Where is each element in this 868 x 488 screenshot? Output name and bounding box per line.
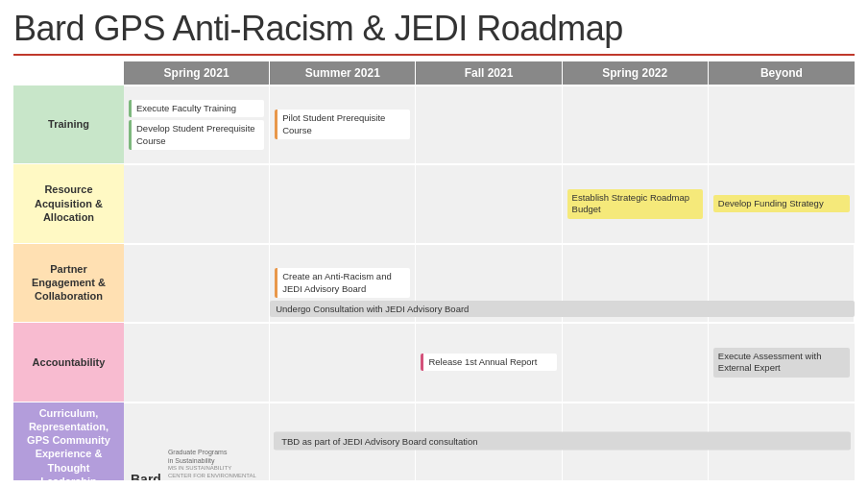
cell-resource-summer2021 <box>270 164 416 242</box>
page: Bard GPS Anti-Racism & JEDI Roadmap Spri… <box>0 0 868 488</box>
row-resource: Resource Acquisition & Allocation Establ… <box>13 164 855 242</box>
row-curriculum: Curriculum, Representation, GPS Communit… <box>13 403 855 480</box>
logo-line1: Graduate Programs <box>168 448 265 456</box>
header-beyond: Beyond <box>709 61 855 85</box>
logo-bard: Bard <box>131 472 161 480</box>
cell-accountability-beyond: Execute Assessment with External Expert <box>709 323 855 401</box>
cell-accountability-spring2022 <box>563 323 709 401</box>
task-release-annual-report: Release 1st Annual Report <box>421 354 556 371</box>
logo-area: Bard Graduate Programs in Sustainability… <box>127 446 269 480</box>
task-jedi-consultation: Undergo Consultation with JEDI Advisory … <box>270 301 855 317</box>
header-spring2021: Spring 2021 <box>124 61 270 85</box>
task-create-advisory-board: Create an Anti-Racism and JEDI Advisory … <box>275 268 410 298</box>
cell-partner-spring2021 <box>124 244 270 322</box>
cell-resource-fall2021 <box>416 164 562 242</box>
label-partner: Partner Engagement & Collaboration <box>13 244 124 322</box>
cell-accountability-fall2021: Release 1st Annual Report <box>416 323 562 401</box>
row-partner: Partner Engagement & Collaboration Creat… <box>13 244 855 322</box>
header-row: Spring 2021 Summer 2021 Fall 2021 Spring… <box>13 61 855 85</box>
header-spring2022: Spring 2022 <box>563 61 709 85</box>
main-title: Bard GPS Anti-Racism & JEDI Roadmap <box>13 10 855 48</box>
header-fall2021: Fall 2021 <box>416 61 562 85</box>
logo-line3: MS IN SUSTAINABILITY <box>168 465 265 473</box>
cell-resource-spring2022: Establish Strategic Roadmap Budget <box>563 164 709 242</box>
cell-training-fall2021 <box>416 85 562 163</box>
label-curriculum: Curriculum, Representation, GPS Communit… <box>13 403 124 480</box>
cell-accountability-summer2021 <box>270 323 416 401</box>
label-resource: Resource Acquisition & Allocation <box>13 164 124 242</box>
logo-line2: in Sustainability <box>168 456 265 465</box>
task-develop-student-prereq: Develop Student Prerequisite Course <box>129 120 264 150</box>
cell-training-summer2021: Pilot Student Prerequisite Course <box>270 85 416 163</box>
label-accountability: Accountability <box>13 323 124 401</box>
row-training: Training Execute Faculty Training Develo… <box>13 85 855 163</box>
header-empty <box>13 61 124 85</box>
logo-line4: CENTER FOR ENVIRONMENTAL POLICY <box>168 473 265 480</box>
title-underline <box>13 54 855 56</box>
cell-accountability-spring2021 <box>124 323 270 401</box>
task-develop-funding: Develop Funding Strategy <box>713 195 850 212</box>
task-establish-budget: Establish Strategic Roadmap Budget <box>567 189 703 219</box>
cell-training-spring2021: Execute Faculty Training Develop Student… <box>124 85 270 163</box>
grid-container: Spring 2021 Summer 2021 Fall 2021 Spring… <box>13 61 855 480</box>
logo-text: Graduate Programs in Sustainability MS I… <box>168 448 265 480</box>
cell-resource-beyond: Develop Funding Strategy <box>709 164 855 242</box>
task-pilot-student-prereq: Pilot Student Prerequisite Course <box>275 110 410 139</box>
cell-resource-spring2021 <box>124 164 270 242</box>
row-accountability: Accountability Release 1st Annual Report… <box>13 323 855 401</box>
data-rows: Training Execute Faculty Training Develo… <box>13 85 855 480</box>
cell-training-spring2022 <box>563 85 709 163</box>
task-tbd-jedi: TBD as part of JEDI Advisory Board consu… <box>274 432 851 451</box>
cell-curriculum-spring2021: Bard Graduate Programs in Sustainability… <box>124 403 270 480</box>
label-training: Training <box>13 85 124 163</box>
header-summer2021: Summer 2021 <box>270 61 416 85</box>
task-execute-assessment: Execute Assessment with External Expert <box>713 348 850 378</box>
cell-training-beyond <box>709 85 855 163</box>
task-execute-faculty-training: Execute Faculty Training <box>129 100 264 117</box>
